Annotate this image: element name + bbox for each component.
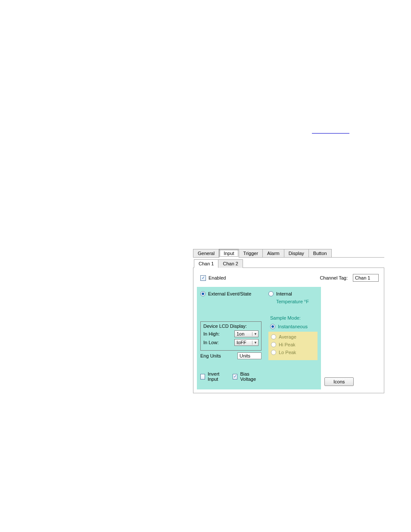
in-high-value: 1on: [237, 331, 244, 336]
channel-tag-group: Channel Tag:: [320, 274, 379, 282]
in-high-dropdown[interactable]: 1on ▼: [234, 330, 258, 337]
tab-chan2[interactable]: Chan 2: [218, 259, 243, 268]
average-label: Average: [279, 334, 296, 339]
channel-tag-input[interactable]: [353, 274, 379, 282]
right-column: Icons: [321, 287, 380, 389]
average-radio: [271, 334, 276, 339]
settings-tabs: General Input Trigger Alarm Display Butt…: [193, 249, 384, 393]
main-tab-row: General Input Trigger Alarm Display Butt…: [193, 249, 384, 258]
bias-voltage-group[interactable]: Bias Voltage: [233, 371, 262, 382]
lo-peak-radio: [271, 350, 276, 355]
average-radio-row: Average: [271, 334, 315, 339]
hi-peak-radio: [271, 342, 276, 347]
hi-peak-label: Hi Peak: [279, 342, 296, 347]
sample-mode-disabled-group: Average Hi Peak Lo Peak: [268, 332, 318, 360]
chevron-down-icon: ▼: [252, 341, 257, 345]
invert-input-label: Invert Input: [208, 371, 227, 382]
channel-panel: Enabled Channel Tag: External Event/Stat…: [193, 268, 384, 393]
instantaneous-radio[interactable]: [270, 324, 275, 329]
internal-label: Internal: [276, 291, 292, 296]
tab-button[interactable]: Button: [308, 249, 332, 257]
lo-peak-radio-row: Lo Peak: [271, 350, 315, 355]
in-low-label: In Low:: [203, 340, 218, 345]
enabled-label: Enabled: [209, 275, 226, 280]
in-high-label: In High:: [203, 331, 220, 336]
external-source-column: External Event/State Device LCD Display:…: [197, 287, 265, 389]
tab-alarm[interactable]: Alarm: [262, 249, 284, 257]
tab-general[interactable]: General: [193, 249, 219, 257]
internal-radio-row[interactable]: Internal: [268, 291, 318, 296]
enabled-checkbox[interactable]: [200, 275, 206, 281]
internal-source-column: Internal Temperature °F Sample Mode: Ins…: [265, 287, 321, 389]
bias-voltage-checkbox[interactable]: [233, 374, 237, 380]
hi-peak-radio-row: Hi Peak: [271, 342, 315, 347]
in-low-dropdown[interactable]: IoFF ▼: [234, 339, 258, 346]
instantaneous-radio-row[interactable]: Instantaneous: [270, 324, 318, 329]
external-event-label: External Event/State: [208, 291, 251, 296]
bias-voltage-label: Bias Voltage: [240, 371, 262, 382]
decorative-underline: [312, 133, 349, 134]
bottom-check-row: Invert Input Bias Voltage: [200, 371, 262, 382]
icons-button[interactable]: Icons: [324, 377, 354, 386]
invert-input-group[interactable]: Invert Input: [200, 371, 227, 382]
lo-peak-label: Lo Peak: [279, 350, 296, 355]
enabled-and-tag-row: Enabled Channel Tag:: [200, 274, 380, 282]
tab-trigger[interactable]: Trigger: [239, 249, 263, 257]
in-low-value: IoFF: [237, 340, 246, 345]
eng-units-label: Eng Units: [200, 353, 221, 358]
tab-display[interactable]: Display: [284, 249, 309, 257]
internal-radio[interactable]: [268, 291, 274, 296]
lcd-legend: Device LCD Display:: [203, 324, 258, 329]
external-event-radio[interactable]: [200, 291, 206, 296]
lcd-display-group: Device LCD Display: In High: 1on ▼ In Lo…: [200, 321, 262, 351]
tab-chan1[interactable]: Chan 1: [194, 259, 218, 268]
enabled-checkbox-group[interactable]: Enabled: [200, 275, 226, 281]
temperature-label: Temperature °F: [276, 299, 318, 304]
invert-input-checkbox[interactable]: [200, 374, 205, 380]
sample-mode-label: Sample Mode:: [270, 315, 318, 320]
eng-units-input[interactable]: [237, 352, 262, 359]
tab-input[interactable]: Input: [219, 249, 239, 258]
channel-tab-row: Chan 1 Chan 2: [193, 258, 384, 268]
channel-tag-label: Channel Tag:: [320, 275, 348, 280]
external-event-radio-row[interactable]: External Event/State: [200, 291, 262, 296]
instantaneous-label: Instantaneous: [278, 324, 308, 329]
chevron-down-icon: ▼: [252, 332, 257, 336]
